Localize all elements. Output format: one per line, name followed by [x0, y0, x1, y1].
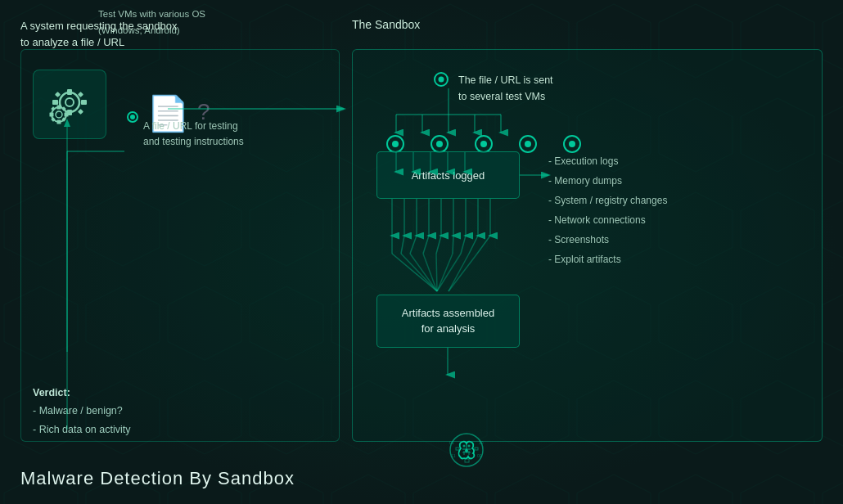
top-vm-circle	[434, 72, 449, 87]
svg-point-74	[468, 445, 471, 448]
vm-circle-5	[563, 135, 581, 153]
svg-rect-51	[81, 100, 87, 105]
svg-rect-50	[52, 100, 58, 105]
vm-sent-section: The file / URL is sentto several test VM…	[434, 72, 553, 105]
radio-dot	[127, 111, 138, 123]
vm-sent-label: The file / URL is sentto several test VM…	[458, 72, 553, 105]
vm-circle-4	[519, 135, 537, 153]
svg-rect-55	[78, 109, 83, 115]
exec-log-6: - Exploit artifacts	[548, 250, 667, 269]
vm-circles-row	[386, 135, 581, 153]
vm-circle-3	[475, 135, 493, 153]
sandbox-label: The Sandbox	[352, 18, 420, 31]
exec-log-5: - Screenshots	[548, 230, 667, 250]
verdict-item-1: - Malware / benign?	[33, 402, 131, 421]
verdict-title: Verdict:	[33, 384, 131, 403]
svg-rect-52	[55, 92, 61, 97]
svg-rect-60	[50, 113, 54, 117]
svg-rect-77	[465, 459, 469, 462]
svg-rect-59	[57, 120, 61, 124]
svg-rect-61	[65, 113, 69, 117]
exec-log-4: - Network connections	[548, 210, 667, 230]
gear-icon	[41, 78, 98, 131]
svg-rect-76	[475, 448, 478, 450]
svg-text:01: 01	[449, 440, 454, 445]
svg-point-47	[65, 98, 74, 106]
svg-point-69	[465, 449, 468, 452]
gear-box	[33, 70, 106, 139]
page-title: Malware Detection By Sandbox	[20, 468, 295, 489]
verdict-box: Verdict: - Malware / benign? - Rich data…	[33, 384, 131, 439]
exec-log-3: - System / registry changes	[548, 191, 667, 210]
svg-rect-48	[67, 89, 72, 95]
svg-point-73	[463, 445, 466, 448]
artifacts-logged-box: Artifacts logged	[376, 151, 520, 199]
exec-log-1: - Execution logs	[548, 151, 667, 171]
exec-log-2: - Memory dumps	[548, 171, 667, 191]
verdict-item-2: - Rich data on activity	[33, 421, 131, 439]
file-url-label: A file / URL for testingand testing inst…	[143, 119, 244, 150]
artifacts-logged-text: Artifacts logged	[412, 169, 485, 182]
artifacts-assembled-box: Artifacts assembledfor analysis	[376, 295, 520, 348]
svg-rect-58	[57, 106, 61, 110]
svg-text:10: 10	[479, 440, 484, 445]
svg-text:11: 11	[451, 453, 456, 458]
vm-circle-2	[431, 135, 449, 153]
svg-rect-75	[456, 448, 459, 450]
artifacts-assembled-text: Artifacts assembledfor analysis	[402, 306, 494, 335]
svg-text:00: 00	[477, 453, 482, 458]
exec-logs-list: - Execution logs - Memory dumps - System…	[548, 151, 667, 269]
vm-circle-1	[386, 135, 404, 153]
left-section-label: A system requesting the sandboxto analyz…	[20, 18, 178, 50]
brain-icon: 01 10 11 00	[444, 428, 489, 481]
